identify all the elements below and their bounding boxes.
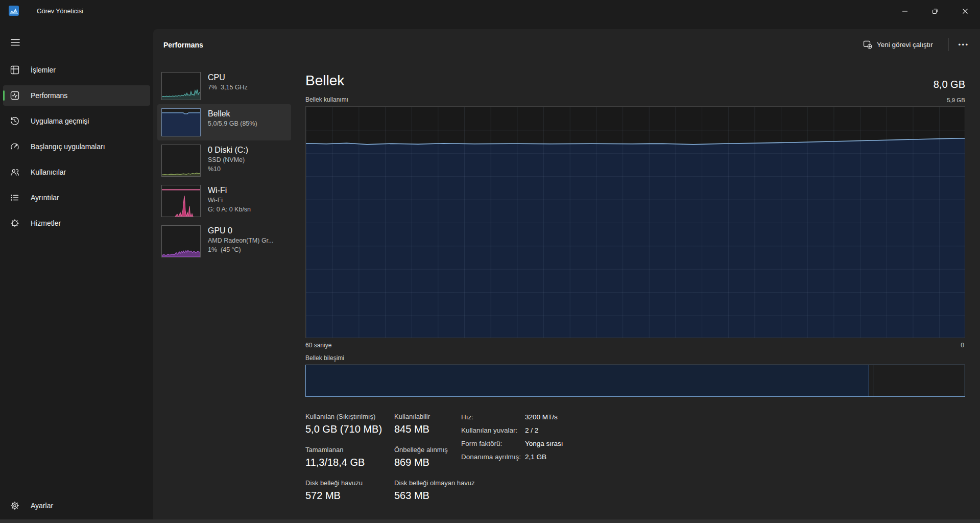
- window-title: Görev Yöneticisi: [37, 8, 83, 15]
- hardware-details-list: Hız:3200 MT/s Kullanılan yuvalar:2 / 2 F…: [461, 413, 563, 461]
- memory-usage-chart: [305, 106, 965, 338]
- detail-value: 2,1 GB: [525, 453, 563, 461]
- cpu-mini-chart: [161, 72, 201, 100]
- composition-modified-segment: [869, 365, 873, 396]
- history-icon: [10, 116, 19, 126]
- settings-label: Ayarlar: [31, 502, 53, 510]
- details-icon: [10, 193, 19, 202]
- wifi-mini-chart: [161, 185, 201, 217]
- chart-scale-max: 5,9 GB: [947, 97, 965, 103]
- disk-mini-chart: [161, 145, 201, 177]
- stat-non-paged-pool: Disk belleği olmayan havuz 563 MB: [394, 479, 512, 502]
- perf-item-stat: %10: [208, 164, 248, 174]
- perf-item-cpu[interactable]: CPU 7% 3,15 GHz: [157, 68, 291, 104]
- detail-value: Yonga sırası: [525, 440, 563, 447]
- menu-toggle-button[interactable]: [6, 34, 25, 51]
- detail-value: 3200 MT/s: [525, 413, 563, 421]
- detail-label: Hız:: [461, 413, 525, 421]
- restore-icon: [932, 8, 938, 14]
- perf-item-disk[interactable]: 0 Diski (C:) SSD (NVMe) %10: [157, 140, 291, 181]
- perf-item-wifi[interactable]: Wi-Fi Wi-Fi G: 0 A: 0 Kb/sn: [157, 181, 291, 221]
- task-manager-window: Görev Yöneticisi İşlemler Perf: [0, 0, 980, 523]
- performance-icon: [10, 91, 19, 100]
- perf-item-stat: SSD (NVMe): [208, 155, 248, 164]
- perf-item-stat: 1% (45 °C): [208, 245, 274, 254]
- task-manager-app-icon: [9, 6, 19, 16]
- users-icon: [10, 168, 19, 177]
- content-panel: Performans Yeni görevi çalıştır ••• CPU …: [153, 29, 980, 523]
- perf-item-stat: 5,0/5,9 GB (85%): [208, 119, 257, 128]
- memory-composition-label: Bellek bileşimi: [305, 354, 344, 362]
- perf-item-stat: AMD Radeon(TM) Gr...: [208, 236, 274, 245]
- perf-item-stat: 7% 3,15 GHz: [208, 83, 248, 92]
- perf-item-memory[interactable]: Bellek 5,0/5,9 GB (85%): [157, 104, 291, 140]
- perf-item-stat: G: 0 A: 0 Kb/sn: [208, 205, 251, 214]
- memory-mini-chart: [161, 108, 201, 136]
- gpu-mini-chart: [161, 225, 201, 257]
- detail-label: Kullanılan yuvalar:: [461, 426, 525, 434]
- restore-button[interactable]: [920, 0, 950, 22]
- sidebar-item-label: Performans: [31, 91, 67, 100]
- sidebar-item-label: Hizmetler: [31, 219, 61, 227]
- sidebar-item-label: İşlemler: [31, 66, 56, 74]
- startup-icon: [10, 142, 19, 151]
- hamburger-icon: [11, 39, 20, 46]
- sidebar-item-performance[interactable]: Performans: [3, 85, 150, 106]
- sidebar: İşlemler Performans Uygulama geçmişi Baş…: [3, 60, 150, 239]
- memory-total-capacity: 8,0 GB: [934, 79, 965, 90]
- memory-usage-label: Bellek kullanımı: [305, 96, 348, 103]
- perf-item-name: CPU: [208, 72, 248, 83]
- detail-label: Form faktörü:: [461, 440, 525, 447]
- close-icon: [962, 8, 968, 14]
- memory-title: Bellek: [305, 73, 344, 89]
- chart-x-axis-right: 0: [961, 342, 964, 349]
- perf-item-stat: Wi-Fi: [208, 196, 251, 205]
- detail-label: Donanıma ayrılmış:: [461, 453, 525, 461]
- processes-icon: [10, 65, 19, 75]
- sidebar-item-settings[interactable]: Ayarlar: [3, 495, 150, 516]
- perf-item-name: 0 Diski (C:): [208, 145, 248, 155]
- sidebar-item-label: Uygulama geçmişi: [31, 117, 89, 125]
- perf-item-name: GPU 0: [208, 225, 274, 236]
- minimize-button[interactable]: [890, 0, 920, 22]
- close-button[interactable]: [950, 0, 980, 22]
- sidebar-item-app-history[interactable]: Uygulama geçmişi: [3, 111, 150, 131]
- settings-gear-icon: [10, 501, 19, 510]
- sidebar-item-startup-apps[interactable]: Başlangıç uygulamaları: [3, 136, 150, 157]
- sidebar-item-label: Kullanıcılar: [31, 168, 66, 176]
- sidebar-item-details[interactable]: Ayrıntılar: [3, 187, 150, 208]
- minimize-icon: [902, 8, 908, 14]
- sidebar-item-users[interactable]: Kullanıcılar: [3, 162, 150, 182]
- taskbar-edge: [0, 519, 980, 523]
- perf-item-name: Bellek: [208, 108, 257, 119]
- detail-value: 2 / 2: [525, 426, 563, 434]
- selected-indicator: [3, 90, 5, 101]
- memory-detail-pane: Bellek 8,0 GB Bellek kullanımı 5,9 GB 60…: [305, 29, 965, 523]
- performance-resource-list: CPU 7% 3,15 GHz Bellek 5,0/5,9 GB (85%): [157, 68, 291, 262]
- sidebar-item-label: Ayrıntılar: [31, 194, 59, 202]
- sidebar-item-label: Başlangıç uygulamaları: [31, 142, 105, 151]
- sidebar-item-services[interactable]: Hizmetler: [3, 213, 150, 233]
- services-icon: [10, 219, 19, 228]
- page-title: Performans: [163, 41, 203, 49]
- composition-in-use-segment: [306, 365, 869, 396]
- sidebar-item-processes[interactable]: İşlemler: [3, 60, 150, 80]
- chart-x-axis-left: 60 saniye: [305, 342, 331, 349]
- titlebar: Görev Yöneticisi: [0, 0, 980, 22]
- perf-item-gpu[interactable]: GPU 0 AMD Radeon(TM) Gr... 1% (45 °C): [157, 221, 291, 262]
- memory-composition-bar: [305, 365, 965, 397]
- chart-gridlines: [306, 107, 965, 338]
- perf-item-name: Wi-Fi: [208, 185, 251, 196]
